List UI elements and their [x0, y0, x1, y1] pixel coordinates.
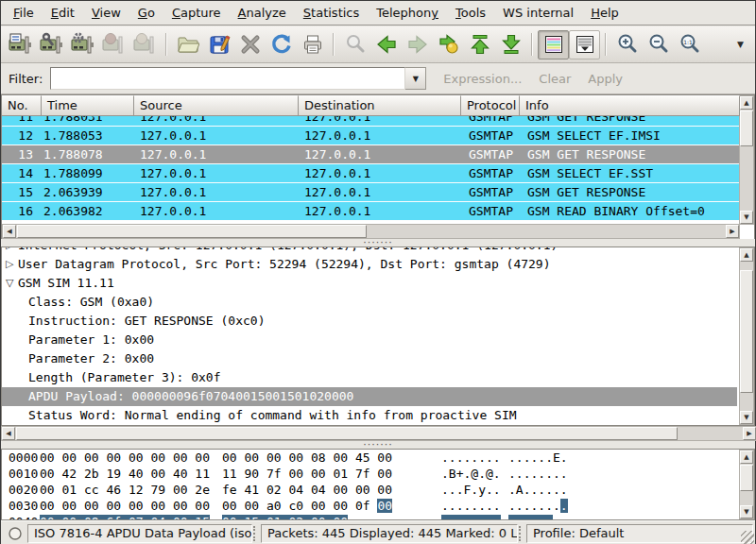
- colorize-button[interactable]: [538, 30, 569, 60]
- tree-row[interactable]: Class: GSM (0xa0): [2, 293, 737, 312]
- hex-row[interactable]: 002000 01 cc 46 12 79 00 2efe 41 02 04 0…: [2, 482, 754, 498]
- tree-row[interactable]: Status Word: Normal ending of command wi…: [2, 406, 737, 425]
- scroll-left-button[interactable]: ◀: [2, 427, 15, 440]
- packet-row[interactable]: 111.788031127.0.0.1127.0.0.1GSMTAPGSM GE…: [2, 116, 740, 127]
- column-header-time[interactable]: Time: [42, 95, 134, 116]
- go-forward-button[interactable]: [402, 30, 433, 60]
- close-file-button[interactable]: [234, 30, 266, 60]
- zoom-out-button[interactable]: [643, 30, 674, 60]
- expert-info-button[interactable]: [5, 524, 26, 543]
- packet-row-selected[interactable]: 131.788078127.0.0.1127.0.0.1GSMTAPGSM GE…: [2, 145, 740, 164]
- column-header-source[interactable]: Source: [134, 95, 299, 116]
- zoom-100-button[interactable]: 1:1: [674, 30, 705, 60]
- status-bar: ISO 7816-4 APDU Data Payload (iso... Pac…: [1, 520, 755, 544]
- hex-row[interactable]: 000000 00 00 00 00 00 00 0000 00 00 00 0…: [2, 450, 754, 466]
- hex-row[interactable]: 001000 42 2b 19 40 00 40 1111 90 7f 00 0…: [2, 466, 754, 482]
- packet-list-pane: No. Time Source Destination Protocol Inf…: [1, 94, 755, 239]
- toolbar-separator: [531, 33, 533, 56]
- scrollbar-thumb[interactable]: [17, 225, 367, 238]
- network-card-icon: [9, 32, 33, 57]
- hex-row-partial[interactable]: 004000 00 09 6f 07 04 00 1500 15 01 02 0…: [2, 514, 754, 520]
- scroll-up-button[interactable]: ▲: [740, 450, 753, 464]
- apply-button[interactable]: Apply: [588, 72, 623, 86]
- open-file-button[interactable]: [172, 30, 203, 60]
- tree-row[interactable]: Instruction: GET RESPONSE (0xc0): [2, 312, 737, 331]
- save-file-button[interactable]: [203, 30, 234, 60]
- menu-tools[interactable]: Tools: [447, 3, 494, 23]
- expander-collapsed-icon[interactable]: [6, 247, 17, 255]
- packet-list-header: No. Time Source Destination Protocol Inf…: [2, 95, 740, 116]
- capture-restart-button[interactable]: [129, 30, 161, 60]
- filter-input[interactable]: [50, 67, 405, 90]
- print-button[interactable]: [297, 30, 328, 60]
- scroll-right-button[interactable]: ▶: [743, 427, 756, 440]
- zoom-in-button[interactable]: [611, 30, 643, 60]
- go-to-top-button[interactable]: [464, 30, 495, 60]
- column-header-destination[interactable]: Destination: [299, 95, 461, 116]
- filter-combo-button[interactable]: ▼: [405, 67, 426, 90]
- packet-list-vscrollbar[interactable]: ▲ ▼: [739, 95, 754, 225]
- packet-row[interactable]: 121.788053127.0.0.1127.0.0.1GSMTAPGSM SE…: [2, 127, 740, 145]
- tree-row[interactable]: Parameter 2: 0x00: [2, 349, 737, 368]
- pane-splitter[interactable]: [1, 239, 755, 246]
- menu-ws-internal[interactable]: WS internal: [494, 3, 582, 23]
- colorize-icon: [542, 33, 565, 56]
- scroll-up-button[interactable]: ▲: [740, 96, 753, 110]
- scroll-up-button[interactable]: ▲: [740, 248, 753, 262]
- go-to-bottom-button[interactable]: [495, 30, 526, 60]
- capture-stop-button[interactable]: [98, 30, 129, 60]
- reload-button[interactable]: [266, 30, 297, 60]
- clear-button[interactable]: Clear: [539, 72, 571, 86]
- zoom-out-icon: [647, 33, 670, 56]
- expander-expanded-icon[interactable]: [6, 274, 17, 293]
- capture-start-button[interactable]: [67, 30, 98, 60]
- scroll-down-button[interactable]: ▼: [740, 211, 753, 224]
- tree-row[interactable]: Internet Protocol, Src: 127.0.0.1 (127.0…: [2, 247, 737, 255]
- column-header-protocol[interactable]: Protocol: [461, 95, 520, 116]
- scroll-left-button[interactable]: ◀: [3, 225, 16, 238]
- menu-statistics[interactable]: Statistics: [295, 3, 368, 23]
- expander-collapsed-icon[interactable]: [6, 255, 17, 274]
- scrollbar-thumb[interactable]: [740, 465, 753, 491]
- hex-row[interactable]: 003000 00 00 00 00 00 00 0000 00 a0 c0 0…: [2, 498, 754, 514]
- menu-file[interactable]: File: [5, 3, 43, 23]
- scrollbar-thumb[interactable]: [16, 427, 678, 440]
- tree-row[interactable]: GSM SIM 11.11: [2, 274, 737, 293]
- scrollbar-thumb[interactable]: [740, 270, 753, 393]
- column-header-no[interactable]: No.: [2, 95, 42, 116]
- auto-scroll-button[interactable]: [569, 30, 600, 60]
- tree-row[interactable]: Length (Parameter 3): 0x0f: [2, 368, 737, 387]
- toolbar-overflow-button[interactable]: ▼: [737, 40, 744, 49]
- tree-row[interactable]: User Datagram Protocol, Src Port: 52294 …: [2, 255, 737, 274]
- pane-splitter[interactable]: [1, 441, 755, 449]
- go-back-button[interactable]: [370, 30, 402, 60]
- scroll-down-button[interactable]: ▼: [740, 411, 753, 424]
- scroll-down-button[interactable]: ▼: [740, 505, 753, 518]
- scrollbar-thumb[interactable]: [740, 110, 753, 146]
- list-interfaces-button[interactable]: [5, 30, 36, 60]
- packet-row[interactable]: 162.063982127.0.0.1127.0.0.1GSMTAPGSM RE…: [2, 202, 740, 221]
- tree-row-selected[interactable]: APDU Payload: 000000096f0704001500150102…: [2, 387, 737, 406]
- menu-view[interactable]: View: [83, 3, 129, 23]
- menu-edit[interactable]: Edit: [43, 3, 83, 23]
- menu-analyze[interactable]: Analyze: [230, 3, 295, 23]
- column-header-info[interactable]: Info: [520, 95, 740, 116]
- capture-options-button[interactable]: [36, 30, 67, 60]
- status-grip[interactable]: [253, 526, 260, 541]
- detail-vscrollbar[interactable]: ▲ ▼: [739, 247, 754, 425]
- scroll-right-button[interactable]: ▶: [726, 225, 739, 238]
- tree-row[interactable]: Parameter 1: 0x00: [2, 331, 737, 349]
- status-grip[interactable]: [519, 526, 525, 541]
- packet-row[interactable]: 152.063939127.0.0.1127.0.0.1GSMTAPGSM GE…: [2, 183, 740, 202]
- menu-go[interactable]: Go: [129, 3, 163, 23]
- expression-button[interactable]: Expression...: [443, 72, 522, 86]
- menu-help[interactable]: Help: [582, 3, 627, 23]
- packet-row[interactable]: 141.788099127.0.0.1127.0.0.1GSMTAPGSM SE…: [2, 164, 740, 183]
- status-packet-counts: Packets: 445 Displayed: 445 Marked: 0 Lo…: [261, 524, 518, 543]
- hex-vscrollbar[interactable]: ▲ ▼: [739, 450, 754, 519]
- menu-capture[interactable]: Capture: [163, 3, 230, 23]
- go-to-packet-button[interactable]: [433, 30, 464, 60]
- window-resize-grip[interactable]: [741, 531, 754, 544]
- menu-telephony[interactable]: Telephony: [368, 3, 447, 23]
- find-packet-button[interactable]: [339, 30, 370, 60]
